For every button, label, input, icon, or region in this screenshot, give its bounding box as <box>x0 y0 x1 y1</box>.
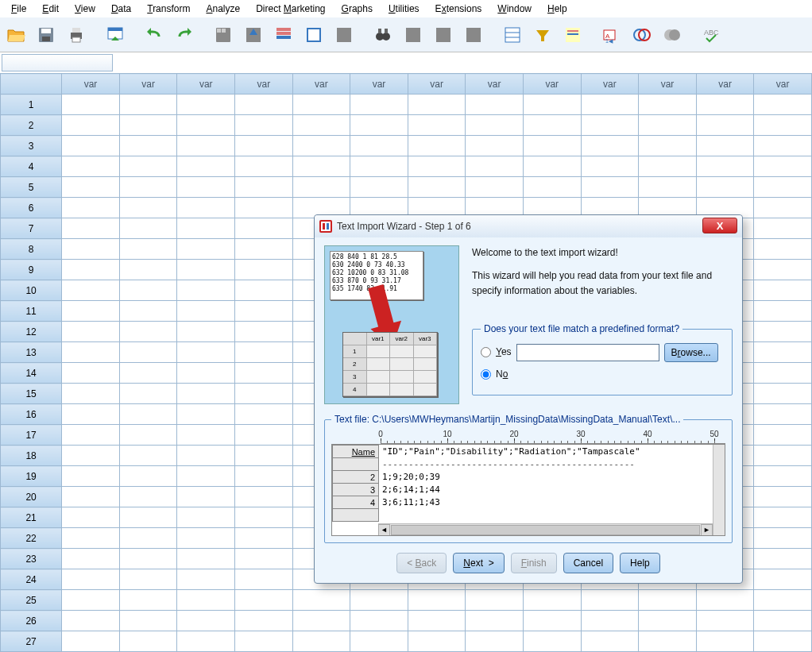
grid-cell[interactable] <box>523 115 581 136</box>
grid-cell[interactable] <box>292 156 350 177</box>
row-header[interactable]: 3 <box>1 136 62 156</box>
menu-marketing[interactable]: Direct Marketing <box>248 2 333 16</box>
menu-graphs[interactable]: Graphs <box>334 2 381 16</box>
grid-cell[interactable] <box>292 590 350 611</box>
show-all-icon[interactable] <box>629 22 655 48</box>
row-header[interactable]: 14 <box>1 363 62 384</box>
grid-cell[interactable] <box>523 177 581 198</box>
menu-analyze[interactable]: Analyze <box>198 2 248 16</box>
row-header[interactable]: 12 <box>1 322 62 342</box>
grid-cell[interactable] <box>292 115 350 136</box>
predef-no-label[interactable]: No <box>496 367 508 382</box>
row-header[interactable]: 4 <box>1 156 62 177</box>
grid-cell[interactable] <box>754 198 812 218</box>
grid-cell[interactable] <box>62 115 120 136</box>
grid-cell[interactable] <box>754 569 812 590</box>
grid-cell[interactable] <box>235 156 293 177</box>
grid-cell[interactable] <box>754 363 812 384</box>
grid-cell[interactable] <box>177 239 235 260</box>
grid-cell[interactable] <box>235 218 293 239</box>
column-header[interactable]: var <box>754 74 812 95</box>
grid-cell[interactable] <box>754 95 812 115</box>
select-cases-icon[interactable] <box>530 22 555 48</box>
grid-cell[interactable] <box>177 363 235 384</box>
grid-cell[interactable] <box>119 342 177 363</box>
grid-cell[interactable] <box>119 611 177 631</box>
grid-cell[interactable] <box>62 528 120 549</box>
grid-cell[interactable] <box>119 631 177 652</box>
predef-yes-label[interactable]: Yes <box>496 345 512 360</box>
cell-name-box[interactable] <box>2 54 113 71</box>
grid-cell[interactable] <box>292 177 350 198</box>
grid-cell[interactable] <box>119 569 177 590</box>
column-header[interactable]: var <box>350 74 408 95</box>
grid-cell[interactable] <box>350 590 408 611</box>
column-header[interactable]: var <box>119 74 177 95</box>
goto-case-icon[interactable] <box>211 22 236 48</box>
grid-cell[interactable] <box>62 322 120 342</box>
grid-cell[interactable] <box>408 115 466 136</box>
menu-window[interactable]: Window <box>489 2 539 16</box>
grid-cell[interactable] <box>177 156 235 177</box>
column-header[interactable]: var <box>408 74 466 95</box>
grid-cell[interactable] <box>292 95 350 115</box>
grid-cell[interactable] <box>62 260 120 280</box>
column-header[interactable]: var <box>696 74 754 95</box>
grid-cell[interactable] <box>466 156 524 177</box>
grid-cell[interactable] <box>292 631 350 652</box>
binoculars-icon[interactable] <box>370 22 396 48</box>
grid-cell[interactable] <box>177 549 235 569</box>
row-header[interactable]: 22 <box>1 528 62 549</box>
grid-cell[interactable] <box>62 425 120 446</box>
grid-cell[interactable] <box>235 425 293 446</box>
grid-cell[interactable] <box>754 177 812 198</box>
grid-cell[interactable] <box>235 198 293 218</box>
menu-data[interactable]: Data <box>103 2 139 16</box>
grid-cell[interactable] <box>235 177 293 198</box>
row-header[interactable]: 17 <box>1 425 62 446</box>
grid-cell[interactable] <box>754 136 812 156</box>
row-header[interactable]: 10 <box>1 280 62 301</box>
grid-cell[interactable] <box>119 198 177 218</box>
column-header[interactable]: var <box>62 74 120 95</box>
grid-cell[interactable] <box>177 322 235 342</box>
menu-edit[interactable]: Edit <box>34 2 67 16</box>
grid-cell[interactable] <box>696 631 754 652</box>
grid-cell[interactable] <box>62 631 120 652</box>
grid-cell[interactable] <box>523 95 581 115</box>
row-header[interactable]: 2 <box>1 115 62 136</box>
insert-cases-icon[interactable] <box>400 22 426 48</box>
grid-cell[interactable] <box>408 136 466 156</box>
grid-cell[interactable] <box>581 631 639 652</box>
grid-cell[interactable] <box>235 384 293 404</box>
menu-extensions[interactable]: Extensions <box>427 2 490 16</box>
grid-cell[interactable] <box>235 260 293 280</box>
grid-cell[interactable] <box>754 322 812 342</box>
grid-cell[interactable] <box>754 425 812 446</box>
grid-cell[interactable] <box>350 631 408 652</box>
grid-cell[interactable] <box>466 590 524 611</box>
grid-cell[interactable] <box>62 280 120 301</box>
goto-variable-icon[interactable] <box>241 22 266 48</box>
grid-cell[interactable] <box>177 487 235 507</box>
grid-cell[interactable] <box>235 611 293 631</box>
grid-cell[interactable] <box>177 528 235 549</box>
grid-cell[interactable] <box>177 280 235 301</box>
grid-cell[interactable] <box>639 115 697 136</box>
grid-cell[interactable] <box>235 239 293 260</box>
grid-cell[interactable] <box>639 177 697 198</box>
row-header[interactable]: 6 <box>1 198 62 218</box>
grid-cell[interactable] <box>581 177 639 198</box>
weight-cases-icon[interactable] <box>500 22 525 48</box>
grid-cell[interactable] <box>581 611 639 631</box>
row-header[interactable]: 13 <box>1 342 62 363</box>
grid-cell[interactable] <box>119 590 177 611</box>
grid-cell[interactable] <box>581 156 639 177</box>
grid-cell[interactable] <box>119 156 177 177</box>
grid-cell[interactable] <box>119 177 177 198</box>
grid-cell[interactable] <box>523 590 581 611</box>
grid-cell[interactable] <box>177 218 235 239</box>
grid-cell[interactable] <box>235 569 293 590</box>
grid-cell[interactable] <box>408 611 466 631</box>
column-header[interactable]: var <box>235 74 293 95</box>
